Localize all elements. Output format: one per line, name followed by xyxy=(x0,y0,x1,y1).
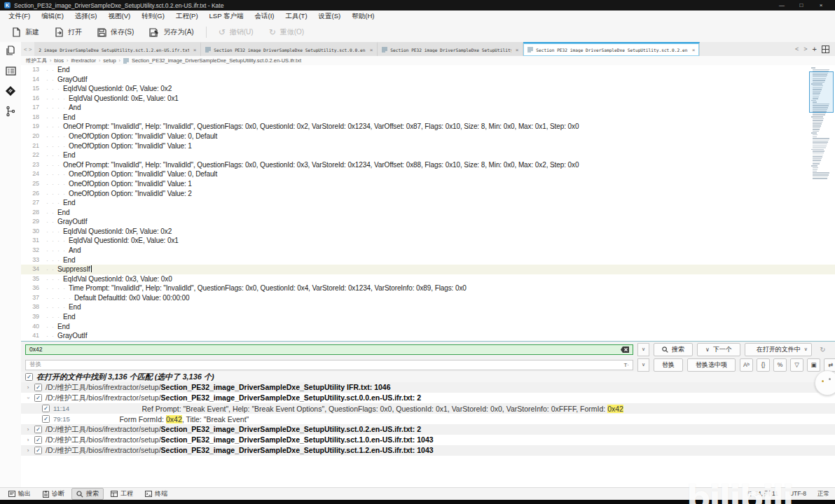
editor-line[interactable]: 35···EqIdVal QuestionId: 0x3, Value: 0x0 xyxy=(21,274,835,284)
open-file-button[interactable]: 打开 xyxy=(47,24,90,40)
editor-line[interactable]: 34··SuppressIf xyxy=(21,265,835,274)
editor-line[interactable]: 24····OneOfOption Option: "InvalidId" Va… xyxy=(21,169,835,179)
editor-line[interactable]: 31····EqIdVal QuestionId: 0xE, Value: 0x… xyxy=(21,236,835,246)
editor-line[interactable]: 36····Time Prompt: "InvalidId", Help: "I… xyxy=(21,284,835,293)
editor-line[interactable]: 18···End xyxy=(21,113,835,122)
editor-area[interactable]: 13··End14··GrayOutIf15···EqIdVal Questio… xyxy=(21,65,835,341)
editor-line[interactable]: 26····OneOfOption Option: "InvalidId" Va… xyxy=(21,189,835,199)
menu-item[interactable]: 编辑(E) xyxy=(36,11,69,22)
filter-icon[interactable]: ▽ xyxy=(790,358,803,372)
checkbox-checked[interactable]: ✓ xyxy=(34,394,42,402)
editor-line[interactable]: 39···End xyxy=(21,312,835,322)
documents-icon[interactable] xyxy=(4,44,17,57)
checkbox-checked[interactable]: ✓ xyxy=(34,436,42,444)
tab-close-icon[interactable]: × xyxy=(516,47,519,53)
breadcrumb-segment[interactable]: 维护工具 xyxy=(26,57,47,64)
split-view-icon[interactable] xyxy=(822,46,829,53)
breadcrumb-segment[interactable]: bios xyxy=(54,57,64,64)
chevron-right-icon[interactable]: › xyxy=(25,437,31,443)
toolview-toggle-输出[interactable]: 输出 xyxy=(4,488,36,500)
save-button[interactable]: 保存(S) xyxy=(90,24,142,40)
editor-line[interactable]: 25····OneOfOption Option: "InvalidId" Va… xyxy=(21,179,835,189)
checkbox-checked[interactable]: ✓ xyxy=(34,447,42,454)
breadcrumb-segment[interactable]: setup xyxy=(103,57,116,64)
tab-close-icon[interactable]: × xyxy=(692,47,696,53)
editor-line[interactable]: 15···EqIdVal QuestionId: 0xF, Value: 0x2 xyxy=(21,84,835,94)
menu-item[interactable]: 选择(S) xyxy=(69,11,103,22)
menu-item[interactable]: 转到(G) xyxy=(136,11,170,22)
search-history-chevron-down-icon[interactable]: ∨ xyxy=(637,343,649,356)
replace-history-chevron-down-icon[interactable]: ∨ xyxy=(637,358,649,372)
tab[interactable]: Section_PE32_image_DriverSampleDxe_Setup… xyxy=(201,42,378,56)
breadcrumb-segment[interactable]: ifrextractor xyxy=(71,57,95,64)
tab-close-icon[interactable]: × xyxy=(370,47,373,53)
editor-line[interactable]: 13··End xyxy=(21,65,835,75)
maximize-icon[interactable]: □ xyxy=(792,2,811,8)
minimap-scrollbar[interactable] xyxy=(811,67,833,244)
editor-line[interactable]: 23···OneOf Prompt: "InvalidId", Help: "I… xyxy=(21,160,835,170)
expand-results-icon[interactable]: ▣ xyxy=(807,358,820,372)
checkbox-checked[interactable]: ✓ xyxy=(25,373,33,381)
menu-item[interactable]: LSP 客户端 xyxy=(204,11,249,22)
menu-item[interactable]: 会话(I) xyxy=(249,11,280,22)
floating-widget[interactable] xyxy=(815,370,835,396)
tab-scroll-right-icon[interactable]: > xyxy=(803,46,807,52)
tab-history-forward-icon[interactable]: > xyxy=(29,46,32,52)
editor-line[interactable]: 38····End xyxy=(21,302,835,312)
tab[interactable]: 2_image_DriverSampleDxe_SetupUtility.sct… xyxy=(34,42,201,56)
menu-item[interactable]: 工程(P) xyxy=(170,11,204,22)
editor-line[interactable]: 33···End xyxy=(21,255,835,265)
menu-item[interactable]: 帮助(H) xyxy=(346,11,380,22)
editor-line[interactable]: 37·····Default DefaultId: 0x0 Value: 00:… xyxy=(21,293,835,303)
replace-button[interactable]: 替换 xyxy=(654,358,683,372)
chevron-right-icon[interactable]: › xyxy=(25,384,31,391)
editor-line[interactable]: 28··End xyxy=(21,208,835,218)
tab-active[interactable]: Section_PE32_image_DriverSampleDxe_Setup… xyxy=(523,42,700,56)
replace-checked-button[interactable]: 替换选中项 xyxy=(687,358,736,372)
minimap-viewport[interactable] xyxy=(809,71,834,113)
chevron-right-icon[interactable]: › xyxy=(25,447,31,454)
checkbox-checked[interactable]: ✓ xyxy=(42,415,50,423)
result-file-row[interactable]: ›✓/D:/维护工具/bios/ifrextractor/setup/Secti… xyxy=(21,393,835,403)
result-match-row[interactable]: ✓11:14 Ref Prompt: "Break Event", Help: … xyxy=(21,403,835,414)
new-tab-button[interactable]: + xyxy=(813,45,817,53)
branch-icon[interactable] xyxy=(4,105,17,118)
search-button[interactable]: 搜索 xyxy=(654,343,693,356)
result-file-row[interactable]: ›✓/D:/维护工具/bios/ifrextractor/setup/Secti… xyxy=(21,424,835,435)
tab-scroll-left-icon[interactable]: < xyxy=(795,46,799,52)
new-file-button[interactable]: 新建 xyxy=(4,24,47,40)
tab[interactable]: Section_PE32_image_DriverSampleDxe_Setup… xyxy=(378,42,523,56)
editor-line[interactable]: 41··GrayOutIf xyxy=(21,331,835,341)
text-format-icon[interactable]: T· xyxy=(623,362,629,368)
editor-line[interactable]: 16····EqIdVal QuestionId: 0xE, Value: 0x… xyxy=(21,94,835,104)
editor-line[interactable]: 27···End xyxy=(21,198,835,208)
tab-history-back-icon[interactable]: < xyxy=(24,46,27,52)
editor-line[interactable]: 30···EqIdVal QuestionId: 0xF, Value: 0x2 xyxy=(21,227,835,237)
menu-item[interactable]: 文件(F) xyxy=(3,11,36,22)
placeholders-icon[interactable]: % xyxy=(773,358,787,372)
editor-line[interactable]: 14··GrayOutIf xyxy=(21,75,835,85)
close-icon[interactable]: × xyxy=(811,2,831,8)
toolview-toggle-搜索[interactable]: 搜索 xyxy=(71,488,104,500)
chevron-right-icon[interactable]: › xyxy=(25,426,31,433)
checkbox-checked[interactable]: ✓ xyxy=(42,405,50,412)
editor-line[interactable]: 29··GrayOutIf xyxy=(21,217,835,227)
checkbox-checked[interactable]: ✓ xyxy=(34,384,42,391)
minimize-icon[interactable]: — xyxy=(772,2,792,8)
editor-line[interactable]: 32····And xyxy=(21,246,835,255)
editor-line[interactable]: 17····And xyxy=(21,103,835,113)
editor-line[interactable]: 20····OneOfOption Option: "InvalidId" Va… xyxy=(21,132,835,141)
result-file-row[interactable]: ›✓/D:/维护工具/bios/ifrextractor/setup/Secti… xyxy=(21,382,835,393)
next-match-button[interactable]: ∨ 下一个 xyxy=(697,343,740,356)
editor-line[interactable]: 22···End xyxy=(21,150,835,160)
swap-icon[interactable]: ⇄ xyxy=(824,358,835,372)
editor-line[interactable]: 19···OneOf Prompt: "InvalidId", Help: "I… xyxy=(21,122,835,132)
result-match-row[interactable]: ✓79:15 Form FormId: 0x42, Title: "Break … xyxy=(21,414,835,424)
result-file-row[interactable]: ›✓/D:/维护工具/bios/ifrextractor/setup/Secti… xyxy=(21,435,835,445)
regex-icon[interactable]: {} xyxy=(757,358,770,372)
refresh-search-icon[interactable]: ↻ xyxy=(816,343,829,356)
replace-input[interactable]: 替换 T· xyxy=(25,360,633,370)
tool-diamond-icon[interactable] xyxy=(4,85,17,97)
menu-item[interactable]: 视图(V) xyxy=(102,11,136,22)
clear-search-icon[interactable] xyxy=(621,346,629,353)
